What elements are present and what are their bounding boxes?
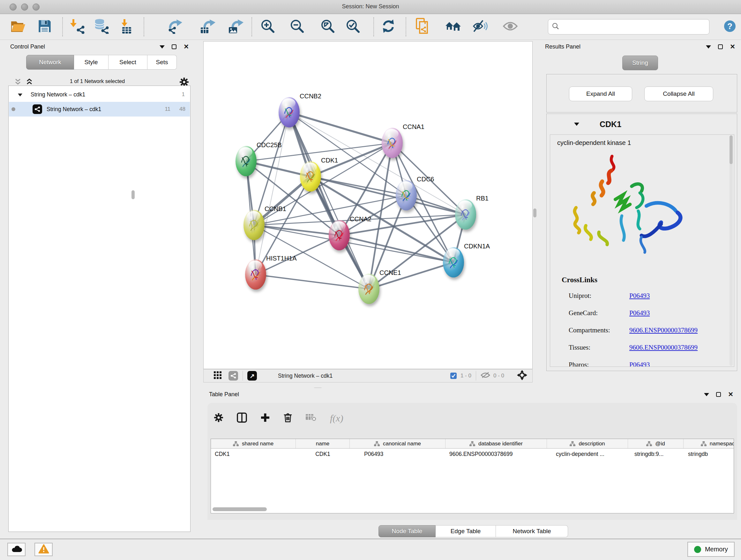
splitter-handle-right[interactable] [533, 208, 536, 217]
memory-button[interactable]: Memory [687, 542, 735, 557]
help-button[interactable]: ? [721, 17, 739, 36]
selected-checkbox[interactable] [450, 373, 457, 379]
network-row-selected[interactable]: String Network – cdk1 11 48 [9, 102, 190, 117]
table-header-row: shared namenamecanonical namedatabase id… [211, 439, 734, 449]
search-input[interactable] [562, 23, 702, 30]
results-scrollbar[interactable] [730, 135, 733, 366]
panel-maximize-button[interactable] [172, 44, 177, 49]
node-label-CCNB2: CCNB2 [300, 92, 321, 100]
table-panel: Table Panel ✕ [203, 388, 741, 539]
save-session-button[interactable] [36, 17, 54, 36]
table-options-gear-icon[interactable] [214, 413, 223, 424]
column-header--id[interactable]: @id [628, 439, 684, 448]
tab-select[interactable]: Select [109, 55, 147, 70]
export-network-button[interactable] [166, 17, 185, 36]
cell-name[interactable]: CDK1 [296, 449, 350, 459]
zoom-fit-button[interactable] [319, 17, 337, 36]
network-node-CCNB2[interactable] [279, 97, 300, 127]
column-header-description[interactable]: description [547, 439, 628, 448]
tab-sets[interactable]: Sets [147, 55, 177, 70]
panel-float-button[interactable] [706, 44, 711, 50]
zoom-selected-button[interactable] [344, 17, 362, 36]
collapse-protein-icon[interactable] [574, 121, 579, 127]
tab-network-table[interactable]: Network Table [496, 525, 568, 537]
open-in-window-icon[interactable]: ↗ [247, 371, 257, 381]
network-node-CCNB1[interactable] [244, 210, 265, 240]
panel-close-button[interactable]: ✕ [184, 44, 189, 49]
network-canvas[interactable]: CCNB2CCNA1CDC25BCDK1CDC6RB1CCNB1CCNA2CDK… [203, 41, 533, 369]
tab-style[interactable]: Style [74, 55, 109, 70]
zoom-out-button[interactable] [288, 17, 307, 36]
crosslink-link[interactable]: P06493 [629, 309, 650, 317]
tab-string[interactable]: String [622, 56, 658, 70]
export-image-button[interactable] [226, 17, 245, 36]
add-column-icon[interactable] [260, 413, 270, 424]
expand-all-button[interactable]: Expand All [569, 86, 632, 101]
panel-float-button[interactable] [704, 392, 709, 397]
network-node-CDKN1A[interactable] [443, 247, 464, 277]
node-label-CCNB1: CCNB1 [265, 205, 286, 212]
network-node-CDC25B[interactable] [235, 146, 257, 176]
grid-view-icon[interactable] [214, 371, 221, 380]
tab-network[interactable]: Network [26, 55, 74, 70]
column-header-canonical-name[interactable]: canonical name [350, 439, 446, 448]
delete-column-icon[interactable] [283, 413, 292, 424]
export-table-button[interactable] [199, 17, 217, 36]
cell--id[interactable]: stringdb:9... [628, 449, 684, 459]
column-header-database-identifier[interactable]: database identifier [446, 439, 547, 448]
table-row[interactable]: CDK1CDK1P064939606.ENSP00000378699cyclin… [211, 449, 734, 459]
search-icon [552, 23, 559, 31]
panel-close-button[interactable]: ✕ [730, 44, 735, 49]
network-tree: String Network – cdk1 1 String Network –… [8, 85, 191, 532]
warning-button[interactable] [35, 543, 53, 556]
separator [476, 371, 476, 381]
network-node-CCNA1[interactable] [382, 128, 403, 158]
cell-database-identifier[interactable]: 9606.ENSP00000378699 [446, 449, 547, 459]
refresh-button[interactable] [379, 17, 398, 36]
collapse-all-button[interactable]: Collapse All [644, 86, 713, 101]
pan-crosshair-icon[interactable] [517, 370, 527, 381]
panel-maximize-button[interactable] [716, 392, 721, 397]
memory-label: Memory [705, 546, 728, 553]
column-header-name[interactable]: name [296, 439, 350, 448]
search-box[interactable] [548, 19, 710, 35]
home-button[interactable] [444, 17, 462, 36]
graphics-details-button[interactable] [471, 17, 489, 36]
network-node-RB1[interactable] [455, 199, 476, 230]
splitter-handle-left[interactable] [131, 190, 135, 199]
panel-float-button[interactable] [159, 44, 165, 50]
show-hide-button[interactable] [501, 17, 520, 36]
crosslink-link[interactable]: P06493 [629, 361, 650, 367]
cell-description[interactable]: cyclin-dependent ... [547, 449, 628, 459]
cloud-button[interactable] [7, 543, 25, 556]
network-node-CDC6[interactable] [396, 180, 417, 210]
horizontal-scrollbar-thumb[interactable] [212, 507, 267, 511]
network-node-CCNE1[interactable] [358, 273, 380, 304]
import-table-button[interactable] [116, 17, 135, 36]
clone-network-button[interactable] [413, 17, 432, 36]
panel-maximize-button[interactable] [718, 44, 723, 49]
string-style-icon[interactable] [228, 371, 238, 381]
network-edges[interactable] [204, 42, 533, 369]
import-network-file-button[interactable] [68, 17, 87, 36]
network-node-HIST1H1A[interactable] [245, 259, 266, 290]
network-node-CCNA2[interactable] [329, 220, 350, 250]
tab-edge-table[interactable]: Edge Table [435, 525, 496, 537]
crosslink-link[interactable]: P06493 [629, 292, 650, 300]
network-node-CDK1[interactable] [300, 161, 321, 192]
import-network-database-button[interactable] [92, 17, 111, 36]
cell-canonical-name[interactable]: P06493 [350, 449, 446, 459]
show-columns-icon[interactable] [237, 413, 247, 424]
tree-expand-icon[interactable] [18, 91, 22, 98]
tab-node-table[interactable]: Node Table [379, 525, 435, 537]
column-header-shared-name[interactable]: shared name [211, 439, 296, 448]
cell-namespac[interactable]: stringdb [684, 449, 734, 459]
panel-close-button[interactable]: ✕ [728, 392, 733, 397]
column-header-namespac[interactable]: namespac [684, 439, 734, 448]
crosslink-link[interactable]: 9606.ENSP00000378699 [629, 326, 697, 334]
crosslink-link[interactable]: 9606.ENSP00000378699 [629, 344, 697, 352]
open-session-button[interactable] [9, 17, 27, 36]
network-collection-row[interactable]: String Network – cdk1 1 [9, 87, 190, 102]
zoom-in-button[interactable] [259, 17, 277, 36]
cell-shared-name[interactable]: CDK1 [211, 449, 296, 459]
